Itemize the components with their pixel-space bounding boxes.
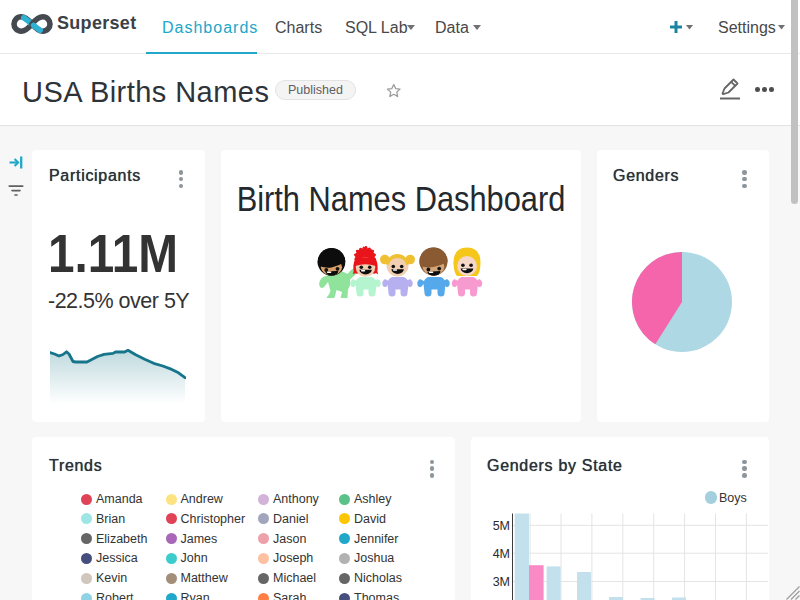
svg-text:4M: 4M: [493, 547, 510, 561]
svg-text:3M: 3M: [493, 575, 510, 589]
svg-text:5M: 5M: [493, 519, 510, 533]
